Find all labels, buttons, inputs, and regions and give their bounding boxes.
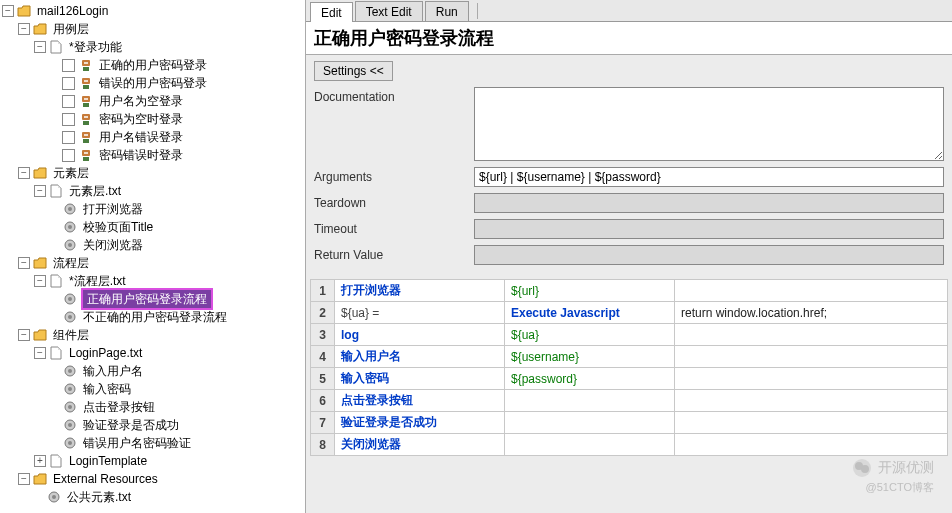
expander-icon[interactable]: + xyxy=(34,455,46,467)
grid-row[interactable]: 6点击登录按钮 xyxy=(311,390,948,412)
step-keyword-cell[interactable]: 输入密码 xyxy=(335,368,505,390)
tree-keyword[interactable]: 输入用户名 xyxy=(0,362,305,380)
tree-elem-file[interactable]: −元素层.txt xyxy=(0,182,305,200)
step-arg-cell[interactable]: Execute Javascript xyxy=(505,302,675,324)
step-arg-cell[interactable] xyxy=(675,368,948,390)
step-keyword-cell[interactable]: 关闭浏览器 xyxy=(335,434,505,456)
checkbox[interactable] xyxy=(62,95,75,108)
gear-icon xyxy=(62,219,78,235)
tree-logintpl-file[interactable]: +LoginTemplate xyxy=(0,452,305,470)
step-arg-cell[interactable] xyxy=(505,390,675,412)
checkbox[interactable] xyxy=(62,113,75,126)
robot-icon xyxy=(78,129,94,145)
step-keyword-cell[interactable]: 输入用户名 xyxy=(335,346,505,368)
step-arg-cell[interactable] xyxy=(675,434,948,456)
step-arg-cell[interactable]: ${ua} xyxy=(505,324,675,346)
step-arg-cell[interactable]: return window.location.href; xyxy=(675,302,948,324)
grid-row[interactable]: 8关闭浏览器 xyxy=(311,434,948,456)
expander-icon[interactable]: − xyxy=(18,329,30,341)
steps-grid[interactable]: 1打开浏览器${url}2${ua} =Execute Javascriptre… xyxy=(310,279,948,456)
expander-icon[interactable]: − xyxy=(2,5,14,17)
step-arg-cell[interactable] xyxy=(675,412,948,434)
tree-layer-component[interactable]: −组件层 xyxy=(0,326,305,344)
tree-external-resources[interactable]: −External Resources xyxy=(0,470,305,488)
svg-point-10 xyxy=(84,98,86,100)
tree-testcase[interactable]: 正确的用户密码登录 xyxy=(0,56,305,74)
step-arg-cell[interactable] xyxy=(675,280,948,302)
tab-separator xyxy=(477,3,478,19)
checkbox[interactable] xyxy=(62,131,75,144)
tab-edit[interactable]: Edit xyxy=(310,2,353,22)
checkbox[interactable] xyxy=(62,59,75,72)
tree-testcase[interactable]: 密码为空时登录 xyxy=(0,110,305,128)
tree-keyword[interactable]: 点击登录按钮 xyxy=(0,398,305,416)
robot-icon xyxy=(78,111,94,127)
grid-row[interactable]: 3log${ua} xyxy=(311,324,948,346)
gear-icon xyxy=(62,291,78,307)
tree-label: 用例层 xyxy=(51,20,91,38)
grid-row[interactable]: 2${ua} =Execute Javascriptreturn window.… xyxy=(311,302,948,324)
tree-testcase[interactable]: 密码错误时登录 xyxy=(0,146,305,164)
step-arg-cell[interactable]: ${username} xyxy=(505,346,675,368)
grid-row[interactable]: 7验证登录是否成功 xyxy=(311,412,948,434)
timeout-input[interactable] xyxy=(474,219,944,239)
step-arg-cell[interactable] xyxy=(675,346,948,368)
svg-point-6 xyxy=(84,80,86,82)
folder-icon xyxy=(32,471,48,487)
step-arg-cell[interactable] xyxy=(675,390,948,412)
settings-section: Settings << xyxy=(306,55,952,87)
expander-icon[interactable]: − xyxy=(34,347,46,359)
tree-layer-elements[interactable]: −元素层 xyxy=(0,164,305,182)
step-keyword-cell[interactable]: 点击登录按钮 xyxy=(335,390,505,412)
tree-testcase[interactable]: 错误的用户密码登录 xyxy=(0,74,305,92)
teardown-input[interactable] xyxy=(474,193,944,213)
expander-icon[interactable]: − xyxy=(34,41,46,53)
tree-login-func[interactable]: −*登录功能 xyxy=(0,38,305,56)
step-arg-cell[interactable]: ${password} xyxy=(505,368,675,390)
tab-run[interactable]: Run xyxy=(425,1,469,21)
step-arg-cell[interactable] xyxy=(675,324,948,346)
tree-keyword[interactable]: 输入密码 xyxy=(0,380,305,398)
robot-icon xyxy=(78,75,94,91)
tree-layer-usecases[interactable]: −用例层 xyxy=(0,20,305,38)
settings-toggle-button[interactable]: Settings << xyxy=(314,61,393,81)
expander-icon[interactable]: − xyxy=(18,257,30,269)
arguments-input[interactable] xyxy=(474,167,944,187)
tree-testcase[interactable]: 用户名为空登录 xyxy=(0,92,305,110)
tree-testcase[interactable]: 用户名错误登录 xyxy=(0,128,305,146)
tree-keyword[interactable]: 错误用户名密码验证 xyxy=(0,434,305,452)
step-keyword-cell[interactable]: ${ua} = xyxy=(335,302,505,324)
tree-keyword[interactable]: 打开浏览器 xyxy=(0,200,305,218)
grid-row[interactable]: 1打开浏览器${url} xyxy=(311,280,948,302)
expander-icon[interactable]: − xyxy=(18,23,30,35)
grid-row[interactable]: 4输入用户名${username} xyxy=(311,346,948,368)
steps-grid-wrapper: 1打开浏览器${url}2${ua} =Execute Javascriptre… xyxy=(306,279,952,456)
expander-icon[interactable]: − xyxy=(34,185,46,197)
tree-keyword[interactable]: 关闭浏览器 xyxy=(0,236,305,254)
checkbox[interactable] xyxy=(62,149,75,162)
checkbox[interactable] xyxy=(62,77,75,90)
tree-loginpage-file[interactable]: −LoginPage.txt xyxy=(0,344,305,362)
step-arg-cell[interactable] xyxy=(505,412,675,434)
tree-keyword-selected[interactable]: 正确用户密码登录流程 xyxy=(0,290,305,308)
tree-keyword[interactable]: 验证登录是否成功 xyxy=(0,416,305,434)
tree-layer-flow[interactable]: −流程层 xyxy=(0,254,305,272)
step-arg-cell[interactable] xyxy=(505,434,675,456)
tree-keyword[interactable]: 公共元素.txt xyxy=(0,488,305,506)
tab-text-edit[interactable]: Text Edit xyxy=(355,1,423,21)
tree-root[interactable]: −mail126Login xyxy=(0,2,305,20)
grid-row[interactable]: 5输入密码${password} xyxy=(311,368,948,390)
expander-icon[interactable]: − xyxy=(18,473,30,485)
documentation-input[interactable] xyxy=(474,87,944,161)
return-value-input[interactable] xyxy=(474,245,944,265)
step-keyword-cell[interactable]: 验证登录是否成功 xyxy=(335,412,505,434)
tree-keyword[interactable]: 校验页面Title xyxy=(0,218,305,236)
tree-panel[interactable]: −mail126Login −用例层 −*登录功能 正确的用户密码登录 错误的用… xyxy=(0,0,306,513)
expander-icon[interactable]: − xyxy=(18,167,30,179)
tree-keyword[interactable]: 不正确的用户密码登录流程 xyxy=(0,308,305,326)
step-keyword-cell[interactable]: 打开浏览器 xyxy=(335,280,505,302)
expander-icon[interactable]: − xyxy=(34,275,46,287)
tree-label: 正确的用户密码登录 xyxy=(97,56,209,74)
step-arg-cell[interactable]: ${url} xyxy=(505,280,675,302)
step-keyword-cell[interactable]: log xyxy=(335,324,505,346)
